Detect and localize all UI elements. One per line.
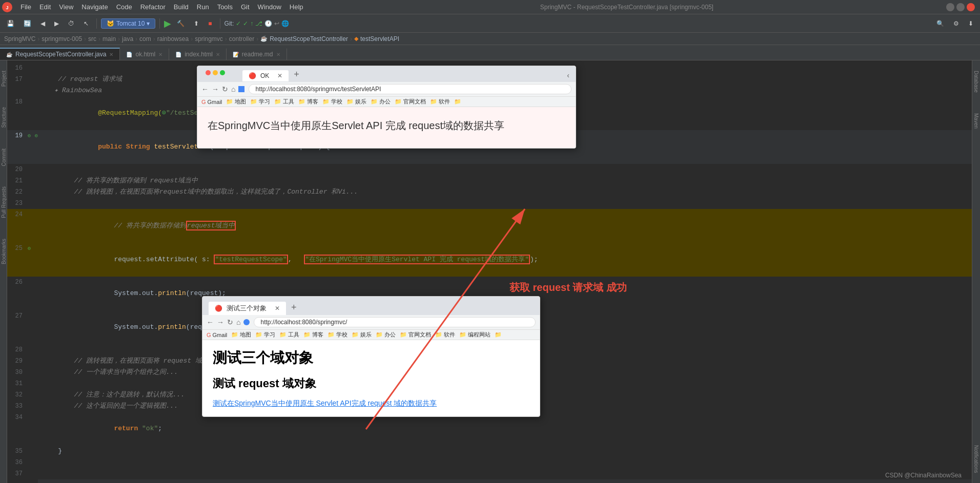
menu-build[interactable]: Build	[170, 2, 193, 12]
editor-area[interactable]: 16 17 // request 请求域 ✦ RainbowSea 18	[7, 60, 972, 483]
browser1-new-tab[interactable]: +	[291, 69, 302, 80]
panel-bookmarks[interactable]: Bookmarks	[0, 228, 7, 275]
bm1-office[interactable]: 📁 办公	[371, 98, 391, 106]
browser2-tab[interactable]: 🔴 测试三个对象 ✕	[209, 302, 286, 315]
bm1-more[interactable]: 📁	[454, 98, 461, 105]
sync-btn[interactable]: 🔄	[20, 18, 35, 29]
tab-controller[interactable]: ☕ RequestScopeTestController.java ✕	[0, 48, 120, 60]
bc-module[interactable]: springmvc-005	[42, 35, 82, 43]
browser1-min-dot[interactable]	[213, 70, 218, 75]
bm2-software[interactable]: 📁 软件	[435, 331, 455, 339]
recent-btn[interactable]: ⏱	[65, 18, 78, 29]
bm2-gmail[interactable]: G Gmail	[207, 332, 227, 338]
bm1-blog[interactable]: 📁 博客	[298, 98, 318, 106]
panel-pull-requests[interactable]: Pull Requests	[0, 176, 7, 228]
browser1-tab-close[interactable]: ✕	[277, 72, 282, 79]
browser2-tab-close[interactable]: ✕	[275, 305, 280, 312]
save-btn[interactable]: 💾	[3, 18, 18, 29]
bc-class[interactable]: ☕ RequestScopeTestController	[260, 35, 348, 43]
tab-ok-close[interactable]: ✕	[158, 52, 162, 57]
search-btn[interactable]: 🔍	[933, 18, 948, 29]
bm1-map[interactable]: 📁 地图	[226, 98, 246, 106]
bm2-coding[interactable]: 📁 编程网站	[459, 331, 491, 339]
bm1-software[interactable]: 📁 软件	[430, 98, 450, 106]
browser2-url[interactable]: http://localhost:8080/springmvc/	[254, 317, 536, 327]
forward-btn[interactable]: ▶	[51, 18, 63, 29]
bm1-tools[interactable]: 📁 工具	[274, 98, 294, 106]
panel-project[interactable]: Project	[0, 60, 7, 97]
bc-src[interactable]: src	[88, 35, 96, 43]
browser2-forward[interactable]: →	[217, 318, 224, 326]
browser2-refresh[interactable]: ↻	[227, 318, 233, 326]
panel-commit[interactable]: Commit	[0, 138, 7, 176]
menu-git[interactable]: Git	[237, 2, 254, 12]
maximize-btn[interactable]	[956, 3, 965, 11]
bm2-map[interactable]: 📁 地图	[231, 331, 251, 339]
stop-btn[interactable]: ■	[205, 18, 215, 29]
browser1-tab[interactable]: 🔴 OK ✕	[242, 70, 289, 81]
bc-java[interactable]: java	[122, 35, 133, 43]
update-btn[interactable]: ⬆	[190, 18, 202, 29]
browser1-forward[interactable]: →	[212, 85, 219, 93]
bm2-docs[interactable]: 📁 官网文档	[400, 331, 431, 339]
bm2-office[interactable]: 📁 办公	[376, 331, 396, 339]
panel-structure[interactable]: Structure	[0, 97, 7, 138]
bm1-study[interactable]: 📁 学习	[250, 98, 270, 106]
bm2-blog[interactable]: 📁 博客	[303, 331, 323, 339]
cursor-btn[interactable]: ↖	[80, 18, 92, 29]
browser2-link[interactable]: 测试在SpringMVC当中使用原生 Servlet API完成 request…	[213, 399, 437, 407]
minimize-btn[interactable]	[946, 3, 954, 11]
panel-notifications[interactable]: Notifications	[972, 435, 980, 483]
menu-navigate[interactable]: Navigate	[77, 2, 112, 12]
bc-controller[interactable]: controller	[229, 35, 254, 43]
browser2-back[interactable]: ←	[207, 318, 214, 326]
bm1-school[interactable]: 📁 学校	[322, 98, 342, 106]
bm1-gmail[interactable]: G Gmail	[201, 99, 222, 105]
browser1-home[interactable]: ⌂	[231, 85, 235, 93]
menu-run[interactable]: Run	[193, 2, 213, 12]
tab-controller-close[interactable]: ✕	[109, 52, 113, 57]
bm2-more[interactable]: 📁	[495, 331, 502, 338]
run-button[interactable]: ▶	[164, 18, 171, 29]
tomcat-dropdown[interactable]: 🐱 Tomcat 10 ▾	[101, 18, 155, 29]
bc-method[interactable]: ◆ testServletAPI	[354, 35, 399, 43]
bc-springmvc2[interactable]: springmvc	[195, 35, 223, 43]
bm2-study[interactable]: 📁 学习	[255, 331, 275, 339]
bc-main[interactable]: main	[103, 35, 116, 43]
close-btn[interactable]	[967, 3, 975, 11]
menu-edit[interactable]: Edit	[35, 2, 55, 12]
menu-view[interactable]: View	[55, 2, 77, 12]
update-ide-btn[interactable]: ⬇	[965, 18, 977, 29]
tab-index[interactable]: 📄 index.html ✕	[169, 48, 227, 60]
menu-tools[interactable]: Tools	[213, 2, 237, 12]
tab-index-close[interactable]: ✕	[216, 52, 220, 57]
tab-readme-close[interactable]: ✕	[276, 52, 280, 57]
bm1-docs[interactable]: 📁 官网文档	[395, 98, 426, 106]
panel-maven[interactable]: Maven	[972, 103, 980, 139]
browser1-close-dot[interactable]	[206, 70, 211, 75]
bc-springmvc[interactable]: SpringMVC	[4, 35, 35, 43]
menu-refactor[interactable]: Refactor	[136, 2, 170, 12]
menu-file[interactable]: File	[16, 2, 35, 12]
panel-database[interactable]: Database	[972, 60, 980, 103]
menu-code[interactable]: Code	[112, 2, 136, 12]
bm2-entertainment[interactable]: 📁 娱乐	[352, 331, 372, 339]
browser1-max-dot[interactable]	[220, 70, 225, 75]
menu-window[interactable]: Window	[254, 2, 285, 12]
browser1-back[interactable]: ←	[201, 85, 209, 93]
tab-ok[interactable]: 📄 ok.html ✕	[120, 48, 169, 60]
browser2-new-tab[interactable]: +	[288, 302, 300, 313]
browser2-home[interactable]: ⌂	[236, 318, 240, 326]
bm1-entertainment[interactable]: 📁 娱乐	[346, 98, 366, 106]
bc-rainbowsea[interactable]: rainbowsea	[157, 35, 189, 43]
browser1-url[interactable]: http://localhost:8080/springmvc/testServ…	[249, 84, 571, 94]
browser1-refresh[interactable]: ↻	[222, 85, 228, 93]
browser1-nav-left[interactable]: ‹	[565, 69, 571, 81]
tab-readme[interactable]: 📝 readme.md ✕	[227, 48, 287, 60]
bm2-tools[interactable]: 📁 工具	[279, 331, 299, 339]
menu-help[interactable]: Help	[285, 2, 308, 12]
build-btn[interactable]: 🔨	[173, 18, 188, 29]
back-btn[interactable]: ◀	[37, 18, 49, 29]
bc-com[interactable]: com	[139, 35, 151, 43]
bm2-school[interactable]: 📁 学校	[328, 331, 348, 339]
